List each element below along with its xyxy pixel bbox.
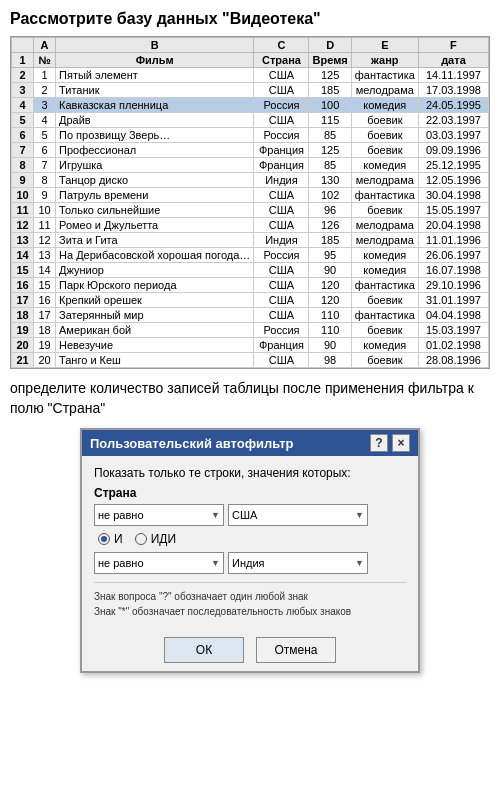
table-row: 14 13 На Дерибасовской хорошая погода… Р… — [12, 248, 489, 263]
row-number: 2 — [12, 68, 34, 83]
cell-genre: комедия — [351, 248, 418, 263]
radio-or-label: ИДИ — [151, 532, 176, 546]
filter-row-1: не равно ▼ США ▼ — [94, 504, 406, 526]
cell-genre: мелодрама — [351, 218, 418, 233]
table-row: 21 20 Танго и Кеш США 98 боевик 28.08.19… — [12, 353, 489, 368]
filter2-value-select[interactable]: Индия ▼ — [228, 552, 368, 574]
filter2-value-wrapper: Индия ▼ — [228, 552, 368, 574]
cell-genre: фантастика — [351, 278, 418, 293]
cell-genre: боевик — [351, 143, 418, 158]
cell-date: 29.10.1996 — [418, 278, 488, 293]
cell-country: Франция — [254, 338, 309, 353]
header-date: дата — [418, 53, 488, 68]
cell-time: 185 — [309, 83, 351, 98]
question-text: определите количество записей таблицы по… — [10, 379, 490, 418]
cell-date: 24.05.1995 — [418, 98, 488, 113]
header-film: Фильм — [56, 53, 254, 68]
filter1-value-wrapper: США ▼ — [228, 504, 368, 526]
row-number: 5 — [12, 113, 34, 128]
table-row: 5 4 Драйв США 115 боевик 22.03.1997 — [12, 113, 489, 128]
cell-num: 5 — [34, 128, 56, 143]
row-number: 8 — [12, 158, 34, 173]
cell-film: Затерянный мир — [56, 308, 254, 323]
filter2-operator-select[interactable]: не равно ▼ — [94, 552, 224, 574]
cell-num: 11 — [34, 218, 56, 233]
row-number: 12 — [12, 218, 34, 233]
row-number: 17 — [12, 293, 34, 308]
cell-num: 3 — [34, 98, 56, 113]
cell-num: 12 — [34, 233, 56, 248]
radio-or-circle[interactable] — [135, 533, 147, 545]
cell-country: Индия — [254, 173, 309, 188]
table-row: 11 10 Только сильнейшие США 96 боевик 15… — [12, 203, 489, 218]
dialog-hints: Знак вопроса "?" обозначает один любой з… — [94, 582, 406, 619]
cell-film: Только сильнейшие — [56, 203, 254, 218]
row-number: 9 — [12, 173, 34, 188]
cell-time: 85 — [309, 158, 351, 173]
cell-date: 22.03.1997 — [418, 113, 488, 128]
cell-film: Американ бой — [56, 323, 254, 338]
table-row: 3 2 Титаник США 185 мелодрама 17.03.1998 — [12, 83, 489, 98]
table-row: 4 3 Кавказская пленница Россия 100 комед… — [12, 98, 489, 113]
cell-time: 130 — [309, 173, 351, 188]
table-row: 7 6 Профессионал Франция 125 боевик 09.0… — [12, 143, 489, 158]
table-row: 12 11 Ромео и Джульетта США 126 мелодрам… — [12, 218, 489, 233]
cell-film: Пятый элемент — [56, 68, 254, 83]
cell-time: 100 — [309, 98, 351, 113]
row-number: 15 — [12, 263, 34, 278]
row-number: 10 — [12, 188, 34, 203]
logic-row: И ИДИ — [98, 532, 406, 546]
cell-genre: боевик — [351, 113, 418, 128]
cell-num: 7 — [34, 158, 56, 173]
table-row: 10 9 Патруль времени США 102 фантастика … — [12, 188, 489, 203]
cell-country: США — [254, 83, 309, 98]
cell-genre: мелодрама — [351, 233, 418, 248]
radio-or[interactable]: ИДИ — [135, 532, 176, 546]
cell-country: США — [254, 353, 309, 368]
cell-time: 126 — [309, 218, 351, 233]
cell-time: 110 — [309, 323, 351, 338]
cell-film: Игрушка — [56, 158, 254, 173]
cell-time: 110 — [309, 308, 351, 323]
table-row: 18 17 Затерянный мир США 110 фантастика … — [12, 308, 489, 323]
col-header-d: D — [309, 38, 351, 53]
cell-country: Россия — [254, 128, 309, 143]
cell-time: 185 — [309, 233, 351, 248]
cell-time: 102 — [309, 188, 351, 203]
cell-genre: боевик — [351, 353, 418, 368]
cell-time: 98 — [309, 353, 351, 368]
row-number: 14 — [12, 248, 34, 263]
dialog-field-label: Страна — [94, 486, 406, 500]
cell-time: 90 — [309, 338, 351, 353]
cell-num: 16 — [34, 293, 56, 308]
cancel-button[interactable]: Отмена — [256, 637, 336, 663]
cell-date: 04.04.1998 — [418, 308, 488, 323]
filter2-operator-wrapper: не равно ▼ — [94, 552, 224, 574]
filter2-value-text: Индия — [232, 557, 265, 569]
row-number: 18 — [12, 308, 34, 323]
col-header-e: E — [351, 38, 418, 53]
dialog-question-btn[interactable]: ? — [370, 434, 388, 452]
col-header-b: B — [56, 38, 254, 53]
ok-button[interactable]: ОК — [164, 637, 244, 663]
row-number: 3 — [12, 83, 34, 98]
table-row: 19 18 Американ бой Россия 110 боевик 15.… — [12, 323, 489, 338]
cell-date: 01.02.1998 — [418, 338, 488, 353]
radio-and-circle[interactable] — [98, 533, 110, 545]
filter1-operator-wrapper: не равно ▼ — [94, 504, 224, 526]
cell-time: 95 — [309, 248, 351, 263]
cell-film: Джуниор — [56, 263, 254, 278]
cell-country: США — [254, 293, 309, 308]
cell-country: США — [254, 263, 309, 278]
cell-genre: фантастика — [351, 68, 418, 83]
hint-2: Знак "*" обозначает последовательность л… — [94, 604, 406, 619]
filter1-operator-select[interactable]: не равно ▼ — [94, 504, 224, 526]
filter1-value-select[interactable]: США ▼ — [228, 504, 368, 526]
radio-and[interactable]: И — [98, 532, 123, 546]
row-number: 20 — [12, 338, 34, 353]
cell-date: 03.03.1997 — [418, 128, 488, 143]
cell-genre: мелодрама — [351, 83, 418, 98]
hint-1: Знак вопроса "?" обозначает один любой з… — [94, 589, 406, 604]
dialog-close-btn[interactable]: × — [392, 434, 410, 452]
cell-country: Франция — [254, 158, 309, 173]
